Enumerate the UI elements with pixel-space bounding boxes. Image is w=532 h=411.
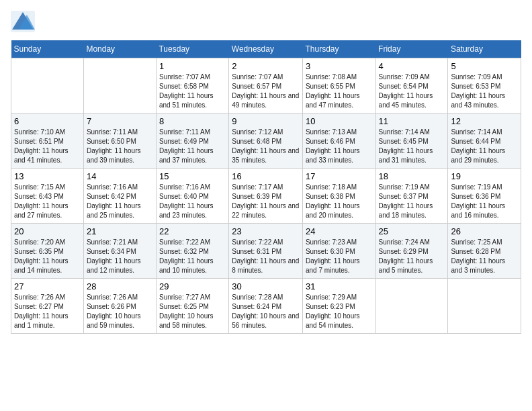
cell-content: Sunrise: 7:21 AMSunset: 6:34 PMDaylight:… [87, 238, 153, 275]
calendar-header-thursday: Thursday [302, 40, 375, 58]
calendar-header-saturday: Saturday [448, 40, 521, 58]
day-number: 12 [451, 116, 518, 126]
cell-content: Sunrise: 7:11 AMSunset: 6:49 PMDaylight:… [159, 128, 226, 165]
calendar-cell [83, 58, 156, 113]
cell-content: Sunrise: 7:25 AMSunset: 6:28 PMDaylight:… [451, 238, 518, 275]
calendar-cell [375, 279, 448, 334]
calendar-cell: 19Sunrise: 7:19 AMSunset: 6:36 PMDayligh… [448, 169, 521, 224]
calendar-cell: 3Sunrise: 7:08 AMSunset: 6:55 PMDaylight… [302, 58, 375, 113]
calendar-cell: 28Sunrise: 7:26 AMSunset: 6:26 PMDayligh… [83, 279, 156, 334]
day-number: 18 [379, 171, 445, 181]
day-number: 17 [306, 171, 373, 181]
calendar-header-sunday: Sunday [11, 40, 84, 58]
day-number: 30 [232, 281, 300, 291]
day-number: 10 [306, 116, 373, 126]
calendar-week-row: 20Sunrise: 7:20 AMSunset: 6:35 PMDayligh… [11, 224, 521, 279]
cell-content: Sunrise: 7:28 AMSunset: 6:24 PMDaylight:… [232, 293, 300, 330]
day-number: 11 [379, 116, 445, 126]
cell-content: Sunrise: 7:11 AMSunset: 6:50 PMDaylight:… [87, 128, 153, 165]
calendar-cell: 2Sunrise: 7:07 AMSunset: 6:57 PMDaylight… [229, 58, 303, 113]
cell-content: Sunrise: 7:19 AMSunset: 6:37 PMDaylight:… [379, 183, 445, 220]
calendar-cell: 22Sunrise: 7:22 AMSunset: 6:32 PMDayligh… [156, 224, 228, 279]
day-number: 9 [232, 116, 300, 126]
calendar-cell: 30Sunrise: 7:28 AMSunset: 6:24 PMDayligh… [229, 279, 303, 334]
day-number: 14 [87, 171, 153, 181]
calendar-header-row: SundayMondayTuesdayWednesdayThursdayFrid… [11, 40, 521, 58]
day-number: 24 [306, 226, 373, 236]
calendar-cell: 25Sunrise: 7:24 AMSunset: 6:29 PMDayligh… [375, 224, 448, 279]
day-number: 3 [306, 61, 373, 71]
cell-content: Sunrise: 7:22 AMSunset: 6:32 PMDaylight:… [159, 238, 226, 275]
calendar-cell: 23Sunrise: 7:22 AMSunset: 6:31 PMDayligh… [229, 224, 303, 279]
cell-content: Sunrise: 7:08 AMSunset: 6:55 PMDaylight:… [306, 73, 373, 110]
calendar-cell: 20Sunrise: 7:20 AMSunset: 6:35 PMDayligh… [11, 224, 84, 279]
cell-content: Sunrise: 7:19 AMSunset: 6:36 PMDaylight:… [451, 183, 518, 220]
day-number: 19 [451, 171, 518, 181]
cell-content: Sunrise: 7:29 AMSunset: 6:23 PMDaylight:… [306, 293, 373, 330]
day-number: 1 [159, 61, 226, 71]
day-number: 20 [14, 226, 81, 236]
cell-content: Sunrise: 7:16 AMSunset: 6:42 PMDaylight:… [87, 183, 153, 220]
cell-content: Sunrise: 7:27 AMSunset: 6:25 PMDaylight:… [159, 293, 226, 330]
cell-content: Sunrise: 7:16 AMSunset: 6:40 PMDaylight:… [159, 183, 226, 220]
calendar-cell: 21Sunrise: 7:21 AMSunset: 6:34 PMDayligh… [83, 224, 156, 279]
calendar-cell: 8Sunrise: 7:11 AMSunset: 6:49 PMDaylight… [156, 113, 228, 169]
calendar-cell: 24Sunrise: 7:23 AMSunset: 6:30 PMDayligh… [302, 224, 375, 279]
calendar-week-row: 13Sunrise: 7:15 AMSunset: 6:43 PMDayligh… [11, 169, 521, 224]
cell-content: Sunrise: 7:14 AMSunset: 6:44 PMDaylight:… [451, 128, 518, 165]
day-number: 27 [14, 281, 81, 291]
calendar-cell: 14Sunrise: 7:16 AMSunset: 6:42 PMDayligh… [83, 169, 156, 224]
cell-content: Sunrise: 7:26 AMSunset: 6:27 PMDaylight:… [14, 293, 81, 330]
day-number: 13 [14, 171, 81, 181]
calendar-header-wednesday: Wednesday [229, 40, 303, 58]
header [11, 11, 521, 32]
cell-content: Sunrise: 7:09 AMSunset: 6:53 PMDaylight:… [451, 73, 518, 110]
day-number: 25 [379, 226, 445, 236]
day-number: 29 [159, 281, 226, 291]
calendar-cell: 7Sunrise: 7:11 AMSunset: 6:50 PMDaylight… [83, 113, 156, 169]
calendar-cell [448, 279, 521, 334]
calendar-cell: 29Sunrise: 7:27 AMSunset: 6:25 PMDayligh… [156, 279, 228, 334]
calendar-header-tuesday: Tuesday [156, 40, 228, 58]
day-number: 26 [451, 226, 518, 236]
day-number: 8 [159, 116, 226, 126]
day-number: 15 [159, 171, 226, 181]
cell-content: Sunrise: 7:09 AMSunset: 6:54 PMDaylight:… [379, 73, 445, 110]
cell-content: Sunrise: 7:12 AMSunset: 6:48 PMDaylight:… [232, 128, 300, 165]
cell-content: Sunrise: 7:15 AMSunset: 6:43 PMDaylight:… [14, 183, 81, 220]
calendar-cell: 27Sunrise: 7:26 AMSunset: 6:27 PMDayligh… [11, 279, 84, 334]
day-number: 31 [306, 281, 373, 291]
calendar-cell: 9Sunrise: 7:12 AMSunset: 6:48 PMDaylight… [229, 113, 303, 169]
calendar-cell: 1Sunrise: 7:07 AMSunset: 6:58 PMDaylight… [156, 58, 228, 113]
cell-content: Sunrise: 7:23 AMSunset: 6:30 PMDaylight:… [306, 238, 373, 275]
cell-content: Sunrise: 7:17 AMSunset: 6:39 PMDaylight:… [232, 183, 300, 220]
cell-content: Sunrise: 7:07 AMSunset: 6:58 PMDaylight:… [159, 73, 226, 110]
calendar-cell: 18Sunrise: 7:19 AMSunset: 6:37 PMDayligh… [375, 169, 448, 224]
calendar-week-row: 1Sunrise: 7:07 AMSunset: 6:58 PMDaylight… [11, 58, 521, 113]
calendar-cell: 11Sunrise: 7:14 AMSunset: 6:45 PMDayligh… [375, 113, 448, 169]
calendar-cell [11, 58, 84, 113]
cell-content: Sunrise: 7:14 AMSunset: 6:45 PMDaylight:… [379, 128, 445, 165]
cell-content: Sunrise: 7:20 AMSunset: 6:35 PMDaylight:… [14, 238, 81, 275]
calendar-cell: 12Sunrise: 7:14 AMSunset: 6:44 PMDayligh… [448, 113, 521, 169]
calendar-cell: 15Sunrise: 7:16 AMSunset: 6:40 PMDayligh… [156, 169, 228, 224]
day-number: 7 [87, 116, 153, 126]
calendar-cell: 4Sunrise: 7:09 AMSunset: 6:54 PMDaylight… [375, 58, 448, 113]
day-number: 21 [87, 226, 153, 236]
day-number: 6 [14, 116, 81, 126]
cell-content: Sunrise: 7:24 AMSunset: 6:29 PMDaylight:… [379, 238, 445, 275]
day-number: 16 [232, 171, 300, 181]
calendar-cell: 5Sunrise: 7:09 AMSunset: 6:53 PMDaylight… [448, 58, 521, 113]
calendar-cell: 13Sunrise: 7:15 AMSunset: 6:43 PMDayligh… [11, 169, 84, 224]
day-number: 5 [451, 61, 518, 71]
calendar-cell: 10Sunrise: 7:13 AMSunset: 6:46 PMDayligh… [302, 113, 375, 169]
calendar-cell: 17Sunrise: 7:18 AMSunset: 6:38 PMDayligh… [302, 169, 375, 224]
day-number: 2 [232, 61, 300, 71]
calendar-table: SundayMondayTuesdayWednesdayThursdayFrid… [11, 40, 521, 334]
cell-content: Sunrise: 7:07 AMSunset: 6:57 PMDaylight:… [232, 73, 300, 110]
cell-content: Sunrise: 7:10 AMSunset: 6:51 PMDaylight:… [14, 128, 81, 165]
cell-content: Sunrise: 7:18 AMSunset: 6:38 PMDaylight:… [306, 183, 373, 220]
calendar-cell: 26Sunrise: 7:25 AMSunset: 6:28 PMDayligh… [448, 224, 521, 279]
calendar-cell: 31Sunrise: 7:29 AMSunset: 6:23 PMDayligh… [302, 279, 375, 334]
logo-icon [11, 11, 35, 32]
